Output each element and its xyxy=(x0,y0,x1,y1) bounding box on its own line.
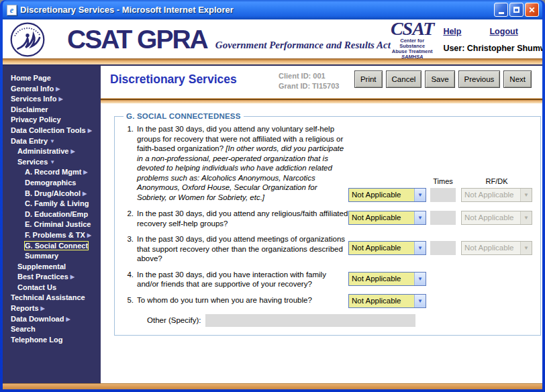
q1-answer-select[interactable]: Not Applicable ▼ xyxy=(348,188,426,202)
titlebar: e Discretionary Services - Microsoft Int… xyxy=(3,0,542,19)
other-specify-input[interactable] xyxy=(205,314,415,327)
times-column-header: Times xyxy=(430,177,456,185)
sidebar-item-summary[interactable]: Summary xyxy=(3,251,101,262)
sidebar-item-g-social-connect[interactable]: G. Social Connect xyxy=(3,241,101,252)
sidebar-item-data-download[interactable]: Data Download▶ xyxy=(3,314,101,325)
question-row-3: 3. In the past 30 days, did you attend m… xyxy=(123,234,532,264)
help-link[interactable]: Help xyxy=(443,27,461,36)
maximize-button[interactable] xyxy=(509,3,524,17)
submenu-arrow-icon: ▶ xyxy=(41,305,45,311)
question-text: In the past 30 days, did you attend meet… xyxy=(137,234,348,264)
browser-viewport: CSAT GPRA Government Performance and Res… xyxy=(3,19,542,389)
other-specify-label: Other (Specify): xyxy=(147,316,201,324)
question-text: To whom do you turn when you are having … xyxy=(137,295,348,308)
submenu-arrow-icon: ▶ xyxy=(83,169,87,175)
q3-answer-select[interactable]: Not Applicable ▼ xyxy=(348,241,426,255)
q1-rfdk-select[interactable]: Not Applicable ▼ xyxy=(461,188,532,202)
close-button[interactable]: ✕ xyxy=(525,3,539,17)
social-connectedness-fieldset: G. SOCIAL CONNECTEDNESS 1. In the past 3… xyxy=(114,112,541,336)
sidebar-item-supplemental[interactable]: Supplemental xyxy=(3,262,101,273)
brand-title: CSAT GPRA xyxy=(67,25,207,54)
q5-answer-select[interactable]: Not Applicable ▼ xyxy=(348,294,426,308)
user-label: User: Christopher Shumway xyxy=(443,44,542,53)
chevron-down-icon: ▼ xyxy=(520,211,532,224)
sidebar-item-home-page[interactable]: Home Page xyxy=(3,73,101,84)
q1-times-input[interactable] xyxy=(430,188,456,202)
q4-answer-select[interactable]: Not Applicable ▼ xyxy=(348,272,426,286)
sidebar-item-contact-us[interactable]: Contact Us xyxy=(3,283,101,293)
save-button[interactable]: Save xyxy=(425,70,454,88)
sidebar-item-administrative[interactable]: Administrative▶ xyxy=(3,146,101,157)
q2-rfdk-select[interactable]: Not Applicable ▼ xyxy=(461,211,532,225)
rfdk-column-header: RF/DK xyxy=(461,177,532,185)
logout-link[interactable]: Logout xyxy=(489,27,517,36)
sidebar-item-a-record-mgmt[interactable]: A. Record Mgmt▶ xyxy=(3,167,101,178)
sidebar-item-best-practices[interactable]: Best Practices▶ xyxy=(3,272,101,283)
submenu-arrow-icon: ▶ xyxy=(70,274,75,280)
footer-accent-bar xyxy=(3,383,542,389)
sidebar-item-data-entry[interactable]: Data Entry▼ xyxy=(3,136,101,147)
submenu-arrow-icon: ▶ xyxy=(70,148,75,154)
submenu-arrow-icon: ▶ xyxy=(58,96,62,102)
other-specify-row: Other (Specify): xyxy=(123,314,532,327)
chevron-down-icon: ▼ xyxy=(414,295,426,307)
sidebar-item-telephone-log[interactable]: Telephone Log xyxy=(3,335,101,346)
sidebar-item-reports[interactable]: Reports▶ xyxy=(3,303,101,314)
close-icon: ✕ xyxy=(528,5,535,15)
q2-answer-select[interactable]: Not Applicable ▼ xyxy=(348,211,426,225)
question-text: In the past 30 days, did you have intera… xyxy=(137,270,348,289)
submenu-arrow-icon: ▶ xyxy=(87,232,91,238)
chevron-down-icon: ▼ xyxy=(520,189,532,201)
csat-logo: CSAT Center for Substance Abuse Treatmen… xyxy=(391,19,434,60)
cancel-button[interactable]: Cancel xyxy=(386,70,422,88)
submenu-arrow-icon: ▼ xyxy=(50,159,55,165)
sidebar-item-disclaimer[interactable]: Disclaimer xyxy=(3,105,101,115)
chevron-down-icon: ▼ xyxy=(414,211,426,224)
window-title: Discretionary Services - Microsoft Inter… xyxy=(20,5,493,15)
question-row-5: 5. To whom do you turn when you are havi… xyxy=(123,295,532,308)
q2-times-input[interactable] xyxy=(430,211,456,225)
brand-tagline: Government Performance and Results Act xyxy=(215,40,391,51)
sidebar-item-technical-assistance[interactable]: Technical Assistance xyxy=(3,293,101,303)
q3-rfdk-select[interactable]: Not Applicable ▼ xyxy=(461,241,532,255)
next-button[interactable]: Next xyxy=(503,70,532,88)
sidebar-item-general-info[interactable]: General Info▶ xyxy=(3,84,101,95)
submenu-arrow-icon: ▶ xyxy=(83,191,87,197)
sidebar-item-e-criminal-justice[interactable]: E. Criminal Justice xyxy=(3,219,101,230)
submenu-arrow-icon: ▶ xyxy=(88,128,92,134)
question-row-1: 1. In the past 30 days, did you attend a… xyxy=(123,124,532,202)
print-button[interactable]: Print xyxy=(354,70,383,88)
hhs-logo-icon xyxy=(9,21,46,58)
app-header: CSAT GPRA Government Performance and Res… xyxy=(3,19,542,58)
question-number: 1. xyxy=(123,124,134,202)
content-accent-divider xyxy=(101,98,542,103)
sidebar-item-b-drug-alcohol[interactable]: B. Drug/Alcohol▶ xyxy=(3,189,101,199)
question-number: 4. xyxy=(123,270,134,289)
brand-block: CSAT GPRA Government Performance and Res… xyxy=(67,25,391,54)
sidebar-item-services-info[interactable]: Services Info▶ xyxy=(3,94,101,105)
client-id-label: Client ID: 001 xyxy=(279,71,339,81)
chevron-down-icon: ▼ xyxy=(414,189,426,201)
previous-button[interactable]: Previous xyxy=(458,70,501,88)
minimize-button[interactable] xyxy=(494,3,508,17)
sidebar-item-data-collection-tools[interactable]: Data Collection Tools▶ xyxy=(3,126,101,136)
q3-times-input[interactable] xyxy=(430,241,456,255)
sidebar-item-privacy-policy[interactable]: Privacy Policy xyxy=(3,115,101,126)
minimize-icon xyxy=(499,12,504,14)
submenu-arrow-icon: ▶ xyxy=(56,86,60,92)
header-right: Help Logout User: Christopher Shumway xyxy=(443,27,542,53)
sidebar-item-search[interactable]: Search xyxy=(3,324,101,335)
page-title: Discretionary Services xyxy=(110,72,237,87)
chevron-down-icon: ▼ xyxy=(414,242,426,254)
sidebar-item-d-education-emp[interactable]: D. Education/Emp xyxy=(3,209,101,220)
sidebar-item-c-family-living[interactable]: C. Family & Living xyxy=(3,199,101,209)
csat-logo-line1: Center for Substance xyxy=(391,38,434,50)
main-content: Discretionary Services Client ID: 001 Gr… xyxy=(101,66,542,383)
chevron-down-icon: ▼ xyxy=(414,273,426,285)
csat-logo-acronym: CSAT xyxy=(391,19,434,38)
sidebar-item-demographics[interactable]: Demographics xyxy=(3,178,101,189)
sidebar-item-services[interactable]: Services▼ xyxy=(3,157,101,168)
sidebar-item-f-problems-tx[interactable]: F. Problems & TX▶ xyxy=(3,230,101,241)
submenu-arrow-icon: ▼ xyxy=(50,138,55,144)
question-row-2: 2. In the past 30 days, did you attend a… xyxy=(123,209,532,228)
